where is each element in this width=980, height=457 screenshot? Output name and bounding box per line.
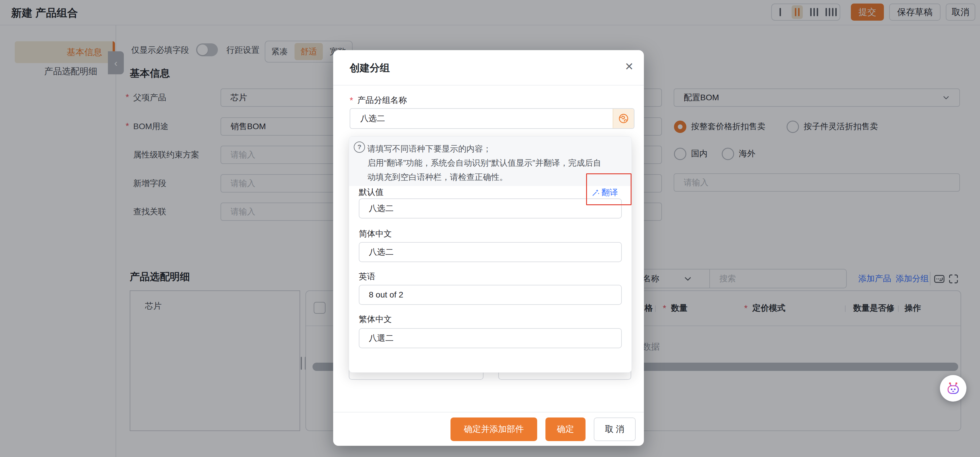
modal-header-divider bbox=[333, 85, 644, 86]
multilang-popover: ? 请填写不同语种下要显示的内容； 启用“翻译”功能，系统会自动识别“默认值显示… bbox=[349, 136, 632, 373]
robot-icon bbox=[945, 381, 961, 396]
modal-title: 创建分组 bbox=[350, 61, 390, 75]
simplified-chinese-label: 简体中文 bbox=[359, 228, 392, 240]
confirm-and-add-part-button[interactable]: 确定并添加部件 bbox=[450, 417, 537, 441]
help-circle-icon: ? bbox=[354, 142, 365, 153]
lang-value: 八选二 bbox=[369, 203, 394, 214]
close-icon[interactable]: ✕ bbox=[622, 59, 637, 74]
default-value-input[interactable]: 八选二 bbox=[359, 198, 622, 218]
tip-line-2: 启用“翻译”功能，系统会自动识别“默认值显示”并翻译，完成后自 bbox=[368, 156, 630, 170]
required-star: * bbox=[350, 96, 353, 105]
english-input[interactable]: 8 out of 2 bbox=[359, 285, 622, 305]
page: 新建 产品组合 提交 保存草稿 取消 基本信息 产品选配明细 ‹ 仅显示必填字段… bbox=[0, 0, 980, 457]
simplified-chinese-input[interactable]: 八选二 bbox=[359, 242, 622, 262]
annotation-highlight-rect bbox=[586, 174, 632, 205]
default-value-label: 默认值 bbox=[359, 186, 383, 198]
assistant-fab[interactable] bbox=[940, 375, 966, 401]
lang-value: 八选二 bbox=[369, 247, 394, 258]
lang-value: 8 out of 2 bbox=[369, 290, 403, 299]
create-group-modal: 创建分组 ✕ * 产品分组名称 八选二 ? bbox=[333, 50, 644, 446]
modal-footer-divider bbox=[333, 412, 644, 412]
english-label: 英语 bbox=[359, 271, 375, 282]
group-name-input[interactable]: 八选二 bbox=[350, 108, 635, 129]
group-name-value: 八选二 bbox=[350, 113, 385, 124]
globe-icon bbox=[618, 113, 629, 124]
help-glyph: ? bbox=[357, 143, 361, 151]
confirm-button[interactable]: 确定 bbox=[546, 417, 585, 441]
traditional-chinese-label: 繁体中文 bbox=[359, 314, 392, 325]
traditional-chinese-input[interactable]: 八選二 bbox=[359, 328, 622, 348]
multilang-suffix-button[interactable] bbox=[612, 109, 634, 128]
lang-value: 八選二 bbox=[369, 333, 394, 344]
close-glyph: ✕ bbox=[625, 61, 633, 73]
tip-line-1: 请填写不同语种下要显示的内容； bbox=[368, 142, 627, 156]
group-name-label: 产品分组名称 bbox=[357, 94, 407, 106]
modal-cancel-button[interactable]: 取 消 bbox=[594, 417, 636, 441]
